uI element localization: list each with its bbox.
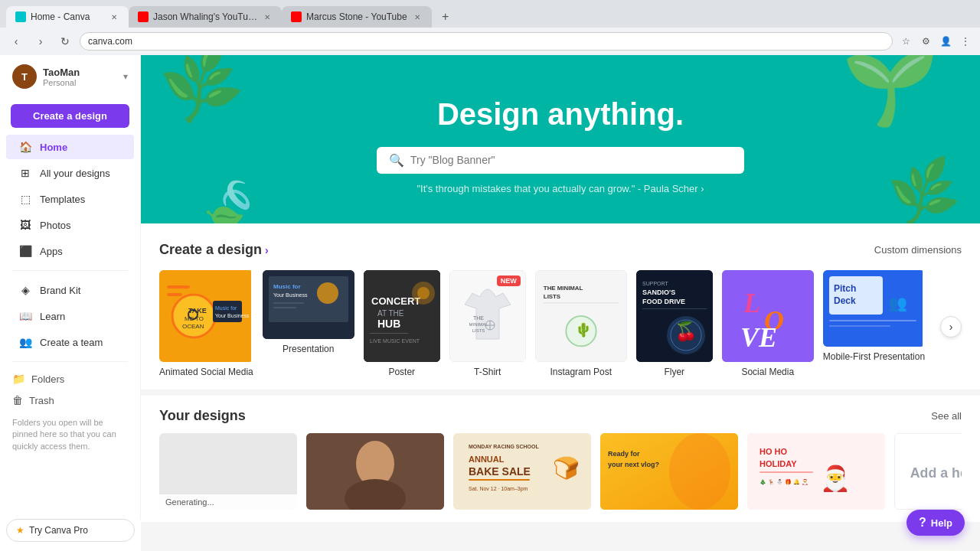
svg-text:VE: VE <box>740 322 777 353</box>
design-cards-container: TAKE ME TO OCEAN Music for Your Business <box>159 270 962 383</box>
hero-quote: "It's through mistakes that you actually… <box>416 183 704 194</box>
sidebar-item-brand-kit[interactable]: ◈ Brand Kit <box>6 278 134 302</box>
new-tab-button[interactable]: + <box>435 6 456 28</box>
bookmark-icon[interactable]: ☆ <box>897 33 914 50</box>
tab-yt2[interactable]: Marcus Stone - YouTube ✕ <box>282 6 432 28</box>
menu-icon[interactable]: ⋮ <box>957 33 974 50</box>
your-designs-header: Your designs See all <box>159 408 962 424</box>
card-tshirt[interactable]: NEW THE MINIMAL LISTS <box>449 270 526 377</box>
create-design-button[interactable]: Create a design <box>11 104 129 128</box>
leaf-decoration-br: 🌿 <box>884 153 964 223</box>
svg-point-91 <box>669 433 730 510</box>
yt2-favicon <box>291 11 302 22</box>
svg-rect-17 <box>273 307 296 308</box>
folders-hint: Folders you open will be pinned here so … <box>0 411 140 458</box>
card-mobile-first[interactable]: Pitch Deck 👥 Mobile-First Presentation <box>823 270 925 362</box>
sidebar-item-apps[interactable]: ⬛ Apps <box>6 239 134 263</box>
grid-icon: ⊞ <box>18 166 32 180</box>
svg-rect-3 <box>167 293 182 296</box>
user-plan: Personal <box>43 78 123 87</box>
svg-text:Add a heading: Add a heading <box>910 465 962 481</box>
tab-yt1[interactable]: Jason Whaling's YouTube Stats... ✕ <box>129 6 282 28</box>
card-social-media[interactable]: L O VE Social Media <box>722 270 814 377</box>
card-flyer-label: Flyer <box>636 367 713 377</box>
browser-toolbar: ‹ › ↻ canva.com ☆ ⚙ 👤 ⋮ <box>0 28 980 55</box>
toolbar-icons: ☆ ⚙ 👤 ⋮ <box>897 33 974 50</box>
sidebar-wrapper: T TaoMan Personal ▾ Create a design 🏠 Ho… <box>0 55 141 551</box>
brand-icon: ◈ <box>18 283 32 297</box>
tab-close-canva[interactable]: ✕ <box>109 11 119 22</box>
help-label: Help <box>931 517 952 529</box>
try-pro-button[interactable]: ★ Try Canva Pro <box>6 519 135 542</box>
design-thumb-bake-sale[interactable]: MONDAY RACING SCHOOL ANNUAL BAKE SALE Sa… <box>453 433 591 510</box>
create-design-arrow-icon: › <box>265 244 269 256</box>
help-button[interactable]: ? Help <box>906 510 965 536</box>
card-animated-social[interactable]: TAKE ME TO OCEAN Music for Your Business <box>159 270 253 377</box>
chevron-down-icon: ▾ <box>123 71 128 82</box>
your-designs-section: Your designs See all Generating... <box>141 396 980 522</box>
svg-point-15 <box>317 282 338 304</box>
address-bar[interactable]: canva.com <box>80 32 893 51</box>
sidebar-item-learn[interactable]: 📖 Learn <box>6 304 134 328</box>
sidebar: T TaoMan Personal ▾ Create a design 🏠 Ho… <box>0 55 141 520</box>
search-input[interactable] <box>410 154 732 166</box>
user-section[interactable]: T TaoMan Personal ▾ <box>0 55 140 98</box>
svg-text:🌵: 🌵 <box>575 321 593 338</box>
sidebar-item-home[interactable]: 🏠 Home <box>6 135 134 159</box>
sidebar-item-all-designs[interactable]: ⊞ All your designs <box>6 161 134 185</box>
svg-text:HO HO: HO HO <box>760 447 788 456</box>
svg-text:MONDAY RACING SCHOOL: MONDAY RACING SCHOOL <box>469 444 540 449</box>
extensions-icon[interactable]: ⚙ <box>917 33 934 50</box>
card-mobile-first-label: Mobile-First Presentation <box>823 351 925 362</box>
card-flyer[interactable]: SUPPORT SANDIO'S FOOD DRIVE 🍒 F <box>636 270 713 377</box>
card-poster-label: Poster <box>364 367 440 377</box>
create-design-title[interactable]: Create a design › <box>159 242 269 258</box>
hero-search-bar[interactable]: 🔍 <box>377 147 744 174</box>
svg-text:ANNUAL: ANNUAL <box>469 455 505 464</box>
profile-icon[interactable]: 👤 <box>937 33 954 50</box>
design-thumb-fashion[interactable]: Ready for your next vlog? <box>600 433 738 510</box>
leaf-decoration-tl: 🌿 <box>154 55 250 130</box>
svg-text:SUPPORT: SUPPORT <box>642 281 668 286</box>
design-thumb-holiday[interactable]: HO HO HOLIDAY 🎄 🦌 ⛄ 🎁 🔔 🎅 🎅 <box>747 433 885 510</box>
svg-rect-36 <box>544 302 619 303</box>
create-design-section: Create a design › Custom dimensions <box>141 223 980 390</box>
svg-text:LIVE MUSIC EVENT: LIVE MUSIC EVENT <box>370 338 420 344</box>
sidebar-item-apps-label: Apps <box>40 246 63 257</box>
see-all-link[interactable]: See all <box>931 410 962 422</box>
sidebar-item-learn-label: Learn <box>40 311 65 322</box>
card-presentation[interactable]: Music for Your Business Presentation <box>263 270 354 354</box>
tab-canva[interactable]: Home - Canva ✕ <box>6 6 129 28</box>
sidebar-item-templates[interactable]: ⬚ Templates <box>6 187 134 211</box>
design-thumb-heading[interactable]: Add a heading <box>894 433 962 510</box>
card-instagram[interactable]: THE MINIMAL LISTS 🌵 Instagram Post <box>535 270 627 377</box>
address-text: canva.com <box>88 36 132 47</box>
back-button[interactable]: ‹ <box>6 31 26 51</box>
sidebar-divider <box>12 270 128 271</box>
sidebar-divider-2 <box>12 361 128 362</box>
sidebar-item-photos[interactable]: 🖼 Photos <box>6 213 134 237</box>
sidebar-item-photos-label: Photos <box>40 220 70 231</box>
svg-text:🍒: 🍒 <box>675 320 697 342</box>
scroll-right-button[interactable]: › <box>940 316 962 337</box>
design-thumb-portrait[interactable] <box>306 433 444 510</box>
design-thumb-generating[interactable]: Generating... <box>159 433 297 510</box>
sidebar-item-trash[interactable]: 🗑 Trash <box>0 390 140 411</box>
svg-rect-57 <box>829 325 890 327</box>
sidebar-item-create-team[interactable]: 👥 Create a team <box>6 330 134 354</box>
template-icon: ⬚ <box>18 192 32 206</box>
svg-rect-43 <box>642 308 707 309</box>
sidebar-item-team-label: Create a team <box>40 337 103 348</box>
svg-text:BAKE SALE: BAKE SALE <box>469 465 531 478</box>
sidebar-item-templates-label: Templates <box>40 194 85 205</box>
learn-icon: 📖 <box>18 309 32 323</box>
reload-button[interactable]: ↻ <box>55 31 75 51</box>
svg-text:AT THE: AT THE <box>377 309 404 318</box>
forward-button[interactable]: › <box>31 31 51 51</box>
card-poster[interactable]: CONCERT AT THE HUB LIVE MUSIC EVENT <box>364 270 440 377</box>
custom-dimensions-link[interactable]: Custom dimensions <box>874 244 962 256</box>
sidebar-item-folders[interactable]: 📁 Folders <box>0 368 140 390</box>
svg-text:Sat. Nov 12 · 10am–3pm: Sat. Nov 12 · 10am–3pm <box>469 486 528 492</box>
tab-close-yt2[interactable]: ✕ <box>412 11 423 22</box>
tab-close-yt1[interactable]: ✕ <box>262 11 273 22</box>
